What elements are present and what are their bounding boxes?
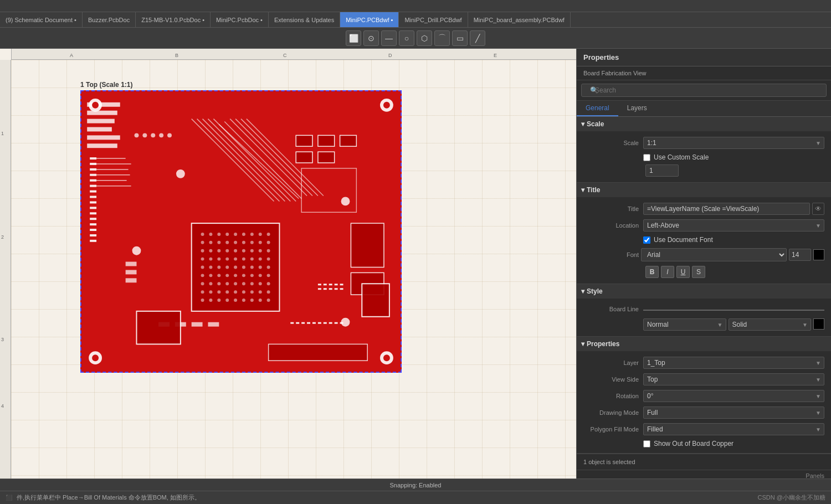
show-copper-checkbox[interactable] xyxy=(643,440,650,448)
scale-label: Scale xyxy=(583,140,639,146)
font-size-input[interactable] xyxy=(789,249,811,261)
bold-button[interactable]: B xyxy=(645,266,659,278)
title-label: Title xyxy=(583,205,639,212)
properties-sub-header[interactable]: ▾ Properties xyxy=(577,337,831,351)
scale-section-header[interactable]: ▾ Scale xyxy=(577,117,831,131)
layer-label: Layer xyxy=(583,359,639,366)
font-select[interactable]: Arial xyxy=(641,248,787,261)
panel-tab-layers[interactable]: Layers xyxy=(618,101,656,116)
svg-point-104 xyxy=(201,290,204,294)
pcb-board[interactable] xyxy=(80,90,402,373)
svg-point-117 xyxy=(234,299,237,302)
svg-rect-7 xyxy=(90,157,96,160)
tab-minipc_board_assembly.pcbdwf[interactable]: MiniPC_board_assembly.PCBdwf xyxy=(468,12,571,28)
svg-rect-159 xyxy=(335,322,338,324)
svg-point-46 xyxy=(242,233,245,236)
custom-scale-input[interactable] xyxy=(645,164,679,177)
svg-point-123 xyxy=(92,102,99,109)
toolbar-btn-3[interactable]: ○ xyxy=(399,30,414,46)
svg-point-115 xyxy=(217,299,220,302)
view-side-select[interactable]: Top Bottom xyxy=(643,373,824,385)
panels-button[interactable]: Panels xyxy=(577,470,831,479)
canvas-content[interactable]: 1 Top (Scale 1:1) xyxy=(11,60,576,479)
polygon-fill-select[interactable]: Filled Outlined Hidden xyxy=(643,423,824,435)
tab-bar[interactable]: (9) Schematic Document •Buzzer.PcbDocZ15… xyxy=(0,12,831,28)
svg-point-111 xyxy=(259,290,262,294)
svg-point-120 xyxy=(259,299,262,302)
tab-z15-mb-v1.0.pcbdoc-•[interactable]: Z15-MB-V1.0.PcbDoc • xyxy=(136,12,211,28)
layer-select-wrapper: 1_Top 2_Bottom 3_Inner1 4_Inner2 ▼ xyxy=(643,357,824,369)
svg-point-45 xyxy=(234,233,237,236)
svg-point-53 xyxy=(225,241,229,244)
svg-point-66 xyxy=(259,249,262,253)
svg-point-89 xyxy=(225,274,229,277)
search-input[interactable] xyxy=(581,84,827,97)
toolbar-btn-6[interactable]: ▭ xyxy=(452,30,468,46)
svg-rect-150 xyxy=(208,322,219,327)
view-side-select-wrapper: Top Bottom ▼ xyxy=(643,373,824,385)
use-custom-scale-checkbox[interactable] xyxy=(643,154,650,161)
svg-point-81 xyxy=(234,266,237,269)
location-select[interactable]: Left-Above Left-Below Right-Above Right-… xyxy=(643,219,824,232)
tab-buzzer.pcbdoc[interactable]: Buzzer.PcbDoc xyxy=(83,12,136,28)
scale-section: ▾ Scale Scale 1:1 ▼ Use Custom Scale xyxy=(577,117,831,183)
svg-point-43 xyxy=(217,233,220,236)
svg-point-76 xyxy=(267,258,270,261)
font-color-swatch[interactable] xyxy=(813,249,824,260)
tab-extensions-&-updates[interactable]: Extensions & Updates xyxy=(269,12,340,28)
title-row: Title 👁 xyxy=(577,200,831,217)
svg-point-131 xyxy=(176,169,185,178)
svg-rect-175 xyxy=(136,311,180,344)
csdn-label: CSDN @小幽余生不加糖 xyxy=(758,493,825,502)
svg-rect-141 xyxy=(329,288,332,290)
svg-rect-20 xyxy=(90,229,96,231)
scale-select[interactable]: 1:1 xyxy=(643,137,824,149)
style-select1[interactable]: Normal Thin Thick xyxy=(643,318,726,331)
style-select2[interactable]: Solid Dashed Dotted xyxy=(729,318,812,331)
title-section-header[interactable]: ▾ Title xyxy=(577,183,831,197)
toolbar-btn-5[interactable]: ⌒ xyxy=(434,30,450,46)
board-line-separator xyxy=(643,305,824,313)
panel-header: Properties xyxy=(577,49,831,66)
style-section-header[interactable]: ▾ Style xyxy=(577,284,831,299)
scale-select-wrapper: 1:1 ▼ xyxy=(643,137,824,149)
ruler-label-2: 2 xyxy=(1,234,4,240)
drawing-mode-label: Drawing Mode xyxy=(583,409,639,416)
drawing-mode-select[interactable]: Full Draft xyxy=(643,407,824,419)
canvas-area[interactable]: A B C D E 1 2 3 4 1 Top (Scale 1:1) xyxy=(0,49,576,479)
toolbar-btn-1[interactable]: ⊙ xyxy=(363,30,379,46)
toolbar-btn-4[interactable]: ⬡ xyxy=(417,30,432,46)
tab-minipc_drill.pcbdwf[interactable]: MiniPC_Drill.PCBdwf xyxy=(399,12,468,28)
panel-tab-general[interactable]: General xyxy=(577,101,618,116)
title-section-title: Title xyxy=(587,186,600,194)
svg-point-59 xyxy=(201,249,204,253)
tab-minipc.pcbdwf-•[interactable]: MiniPC.PCBdwf • xyxy=(340,12,399,28)
rotation-select[interactable]: 0° 90° 180° 270° xyxy=(643,390,824,402)
toolbar-btn-0[interactable]: ⬜ xyxy=(346,30,361,46)
top-bar xyxy=(0,0,831,12)
svg-rect-136 xyxy=(329,284,332,285)
tab-minipc.pcbdoc-•[interactable]: MiniPC.PcbDoc • xyxy=(211,12,269,28)
layer-select[interactable]: 1_Top 2_Bottom 3_Inner1 4_Inner2 xyxy=(643,357,824,369)
pcb-circuit-svg xyxy=(81,91,401,372)
svg-point-50 xyxy=(201,241,204,244)
use-custom-scale-row: Use Custom Scale xyxy=(577,151,831,163)
toolbar-btn-2[interactable]: — xyxy=(381,30,397,46)
svg-rect-15 xyxy=(90,201,96,203)
title-eye-button[interactable]: 👁 xyxy=(812,203,824,215)
strikethrough-button[interactable]: S xyxy=(692,266,705,278)
svg-point-172 xyxy=(151,133,155,137)
toolbar-btn-7[interactable]: ╱ xyxy=(470,30,485,46)
svg-point-110 xyxy=(250,290,254,294)
style-color-swatch[interactable] xyxy=(813,318,824,330)
svg-point-173 xyxy=(159,133,163,137)
use-doc-font-checkbox[interactable] xyxy=(643,236,650,244)
drawing-mode-select-wrapper: Full Draft ▼ xyxy=(643,407,824,419)
title-input[interactable] xyxy=(643,203,810,215)
style-section-content: Board Line Normal Thin Thick xyxy=(577,299,831,336)
tab-(9)-schematic-document-•[interactable]: (9) Schematic Document • xyxy=(0,12,83,28)
svg-rect-156 xyxy=(318,322,321,324)
svg-point-84 xyxy=(259,266,262,269)
italic-button[interactable]: I xyxy=(661,266,674,278)
underline-button[interactable]: U xyxy=(676,266,690,278)
